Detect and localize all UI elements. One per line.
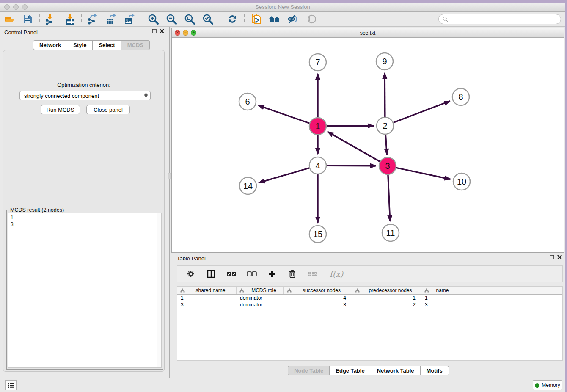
status-bar: Memory xyxy=(0,378,565,392)
edge-3-11[interactable] xyxy=(388,175,390,221)
table-row[interactable]: 3dominator323 xyxy=(177,301,562,308)
column-header-predecessor-nodes[interactable]: predecessor nodes xyxy=(352,287,421,294)
column-header-successor-nodes[interactable]: successor nodes xyxy=(284,287,352,294)
edge-2-3[interactable] xyxy=(385,135,387,155)
zoom-selected-button[interactable] xyxy=(200,13,215,25)
network-canvas[interactable]: 7968124314101511 xyxy=(172,38,564,252)
memory-button[interactable]: Memory xyxy=(533,380,562,390)
zoom-fit-button[interactable] xyxy=(182,13,197,25)
hide-selected-button[interactable] xyxy=(285,13,300,25)
table-cell[interactable]: 3 xyxy=(177,301,237,308)
show-all-button[interactable] xyxy=(304,13,319,25)
table-cell[interactable]: dominator xyxy=(237,301,284,308)
graph-node-15[interactable]: 15 xyxy=(309,226,326,243)
add-column-button[interactable] xyxy=(266,268,278,280)
graph-node-9[interactable]: 9 xyxy=(376,53,393,70)
graph-node-11[interactable]: 11 xyxy=(382,224,399,241)
graph-node-2[interactable]: 2 xyxy=(377,117,394,134)
toolbar-separator xyxy=(221,14,221,24)
graph-node-1[interactable]: 1 xyxy=(309,118,326,135)
table-row[interactable]: 1dominator411 xyxy=(177,295,562,301)
mcds-result-textarea[interactable]: 1 3 xyxy=(8,213,162,368)
zoom-out-button[interactable] xyxy=(164,13,179,25)
node-label: 3 xyxy=(385,161,390,171)
export-table-button[interactable] xyxy=(103,13,118,25)
float-panel-icon[interactable] xyxy=(550,255,554,259)
run-mcds-button[interactable]: Run MCDS xyxy=(41,105,80,114)
edge-1-6[interactable] xyxy=(258,105,309,123)
tree-icon xyxy=(239,288,244,293)
tab-edge-table[interactable]: Edge Table xyxy=(330,366,371,375)
tab-select[interactable]: Select xyxy=(93,40,121,50)
column-layout-button[interactable] xyxy=(205,268,217,280)
deselect-all-button[interactable] xyxy=(246,268,258,280)
network-window-titlebar[interactable]: ✕ − + scc.txt xyxy=(172,28,564,38)
clone-network-button[interactable] xyxy=(248,13,264,25)
tab-node-table[interactable]: Node Table xyxy=(288,366,330,375)
refresh-layout-button[interactable] xyxy=(225,13,240,25)
edge-3-1[interactable] xyxy=(328,132,380,161)
node-label: 6 xyxy=(245,97,250,106)
refresh-layout-icon xyxy=(227,14,237,24)
tab-motifs[interactable]: Motifs xyxy=(421,366,449,375)
first-neighbors-button[interactable] xyxy=(267,13,282,25)
column-header-MCDS-role[interactable]: MCDS role xyxy=(237,287,284,294)
tab-mcds[interactable]: MCDS xyxy=(121,40,150,50)
open-file-button[interactable] xyxy=(2,13,17,25)
delete-column-button[interactable] xyxy=(286,268,298,280)
table-cell[interactable]: 3 xyxy=(421,301,456,308)
graph-node-4[interactable]: 4 xyxy=(309,157,326,174)
node-label: 15 xyxy=(313,229,322,239)
column-header-shared-name[interactable]: shared name xyxy=(177,287,237,294)
table-cell[interactable]: 2 xyxy=(352,301,421,308)
edge-4-14[interactable] xyxy=(259,168,309,183)
panel-splitter[interactable] xyxy=(168,27,171,378)
result-scrollbar[interactable] xyxy=(157,213,161,367)
task-history-button[interactable] xyxy=(5,380,17,390)
graph-node-8[interactable]: 8 xyxy=(452,88,469,105)
edge-2-9[interactable] xyxy=(385,73,385,117)
edge-1-2[interactable] xyxy=(327,126,374,126)
table-cell[interactable]: 3 xyxy=(284,301,352,308)
table-toolbar: f(x) xyxy=(177,265,563,282)
table-cell[interactable]: 1 xyxy=(177,295,237,301)
close-panel-button[interactable]: Close panel xyxy=(86,105,130,114)
graph-node-10[interactable]: 10 xyxy=(453,173,470,190)
gear-button[interactable] xyxy=(185,268,197,280)
table-cell[interactable]: dominator xyxy=(237,295,284,301)
close-panel-icon[interactable] xyxy=(160,29,164,33)
zoom-in-icon xyxy=(148,14,159,25)
graph-node-6[interactable]: 6 xyxy=(239,93,256,110)
table-cell[interactable]: 4 xyxy=(284,295,352,301)
tab-network-table[interactable]: Network Table xyxy=(371,366,421,375)
close-panel-icon[interactable] xyxy=(557,255,562,259)
search-input[interactable] xyxy=(448,15,561,23)
function-builder-button[interactable]: f(x) xyxy=(327,268,346,280)
node-label: 1 xyxy=(315,121,320,131)
import-table-button[interactable] xyxy=(63,13,78,25)
graph-node-3[interactable]: 3 xyxy=(379,157,396,174)
edge-2-8[interactable] xyxy=(394,101,450,123)
edge-4-3[interactable] xyxy=(327,166,376,166)
edge-3-10[interactable] xyxy=(396,168,451,179)
network-graph[interactable]: 7968124314101511 xyxy=(172,38,564,252)
tab-style[interactable]: Style xyxy=(67,40,93,50)
toolbar-separator xyxy=(81,14,82,24)
graph-node-14[interactable]: 14 xyxy=(239,177,256,194)
window-title: Session: New Session xyxy=(0,4,565,10)
optimization-criterion-select[interactable]: strongly connected component xyxy=(19,91,151,100)
zoom-in-button[interactable] xyxy=(146,13,161,25)
delete-table-button[interactable] xyxy=(307,268,319,280)
float-panel-icon[interactable] xyxy=(152,29,157,33)
graph-node-7[interactable]: 7 xyxy=(309,54,326,71)
select-all-button[interactable] xyxy=(226,268,237,280)
export-image-button[interactable] xyxy=(121,13,137,25)
import-network-button[interactable] xyxy=(42,13,58,25)
export-network-button[interactable] xyxy=(85,13,100,25)
save-session-button[interactable] xyxy=(20,13,35,25)
tab-network[interactable]: Network xyxy=(33,40,67,50)
table-cell[interactable]: 1 xyxy=(421,295,456,301)
column-header-name[interactable]: name xyxy=(421,287,456,294)
splitter-handle[interactable] xyxy=(168,173,171,179)
table-cell[interactable]: 1 xyxy=(352,295,421,301)
